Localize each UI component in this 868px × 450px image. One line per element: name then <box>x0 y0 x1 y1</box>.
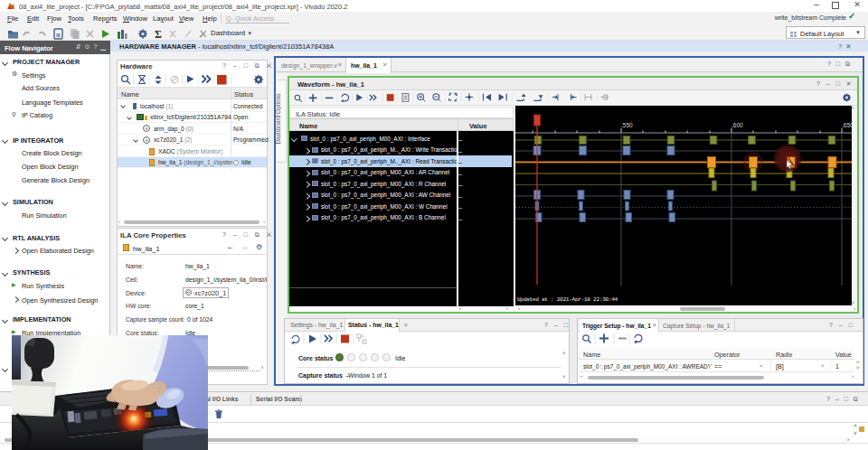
svg-text:,600: ,600 <box>731 122 743 128</box>
svg-text:,650: ,650 <box>842 122 852 128</box>
svg-text:,550: ,550 <box>621 122 633 128</box>
svg-text:Updated at : 2021-Apr-18 22:30: Updated at : 2021-Apr-18 22:30:44 <box>517 296 618 303</box>
svg-text:Σ: Σ <box>155 28 162 40</box>
